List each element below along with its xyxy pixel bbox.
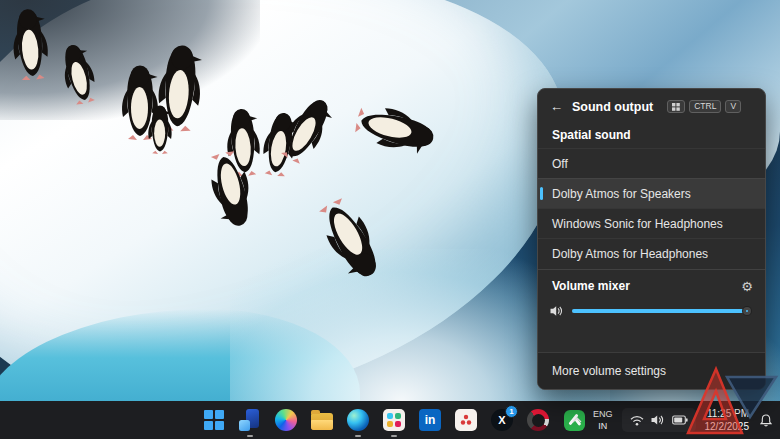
speaker-icon: [550, 305, 563, 317]
folder-icon: [311, 413, 333, 430]
flyout-header: ← Sound output CTRL V: [538, 89, 765, 120]
speaker-tray-icon: [651, 414, 665, 426]
x-glyph: X: [498, 414, 505, 426]
option-dolby-atmos-headphones-label: Dolby Atmos for Headphones: [552, 247, 708, 261]
wifi-icon: [630, 415, 644, 426]
language-line1: ENG: [593, 408, 613, 420]
copilot-button[interactable]: [272, 406, 300, 434]
linkedin-button[interactable]: in: [416, 406, 444, 434]
red-dots-app-button[interactable]: [452, 406, 480, 434]
x-twitter-button[interactable]: X 1: [488, 406, 516, 434]
x-notification-badge: 1: [505, 405, 518, 418]
slack-icon: [383, 409, 405, 431]
volume-slider[interactable]: [572, 309, 749, 313]
volume-slider-row: [538, 295, 765, 329]
opera-gx-icon: [527, 409, 549, 431]
sound-output-flyout: ← Sound output CTRL V Spatial sound Off …: [537, 88, 766, 390]
option-windows-sonic-headphones-label: Windows Sonic for Headphones: [552, 217, 723, 231]
start-button[interactable]: [200, 406, 228, 434]
file-explorer-button[interactable]: [308, 406, 336, 434]
chevron-up-icon: [572, 417, 582, 423]
windows-logo-icon: [204, 410, 224, 430]
taskbar: in X 1 ENG IN: [0, 401, 780, 439]
option-windows-sonic-headphones[interactable]: Windows Sonic for Headphones: [538, 208, 765, 238]
edge-button[interactable]: [344, 406, 372, 434]
back-arrow-icon: ←: [550, 99, 563, 114]
option-dolby-atmos-speakers[interactable]: Dolby Atmos for Speakers: [538, 178, 765, 208]
linkedin-icon: in: [419, 409, 441, 431]
language-line2: IN: [593, 420, 613, 432]
volume-slider-fill: [572, 309, 744, 313]
flyout-title: Sound output: [572, 100, 653, 114]
red-dots-app-icon: [455, 409, 477, 431]
volume-mixer-label: Volume mixer: [552, 279, 630, 293]
spatial-sound-heading: Spatial sound: [538, 120, 765, 148]
option-off-label: Off: [552, 157, 568, 171]
back-button[interactable]: ←: [550, 99, 563, 114]
edge-icon: [347, 409, 369, 431]
language-indicator[interactable]: ENG IN: [593, 408, 613, 432]
option-off[interactable]: Off: [538, 148, 765, 178]
copilot-icon: [275, 409, 297, 431]
phone-link-icon: [239, 409, 261, 431]
volume-slider-thumb[interactable]: [743, 307, 751, 315]
taskbar-center-icons: in X 1: [200, 401, 588, 439]
volume-mixer-row: Volume mixer ⚙: [538, 269, 765, 295]
gear-icon[interactable]: ⚙: [741, 280, 753, 293]
ctrl-key-badge: CTRL: [689, 100, 721, 114]
v-key-badge: V: [725, 100, 741, 114]
more-volume-settings-label: More volume settings: [552, 364, 666, 378]
desktop-screen: ← Sound output CTRL V Spatial sound Off …: [0, 0, 780, 439]
tray-overflow-button[interactable]: [570, 417, 584, 423]
shortcut-keys: CTRL V: [667, 100, 741, 114]
phone-link-button[interactable]: [236, 406, 264, 434]
x-twitter-icon: X 1: [491, 409, 513, 431]
ap-logo-watermark: [680, 357, 780, 439]
slack-button[interactable]: [380, 406, 408, 434]
win-key-icon: [667, 100, 685, 113]
option-dolby-atmos-headphones[interactable]: Dolby Atmos for Headphones: [538, 238, 765, 268]
opera-gx-button[interactable]: [524, 406, 552, 434]
option-dolby-atmos-speakers-label: Dolby Atmos for Speakers: [552, 187, 691, 201]
